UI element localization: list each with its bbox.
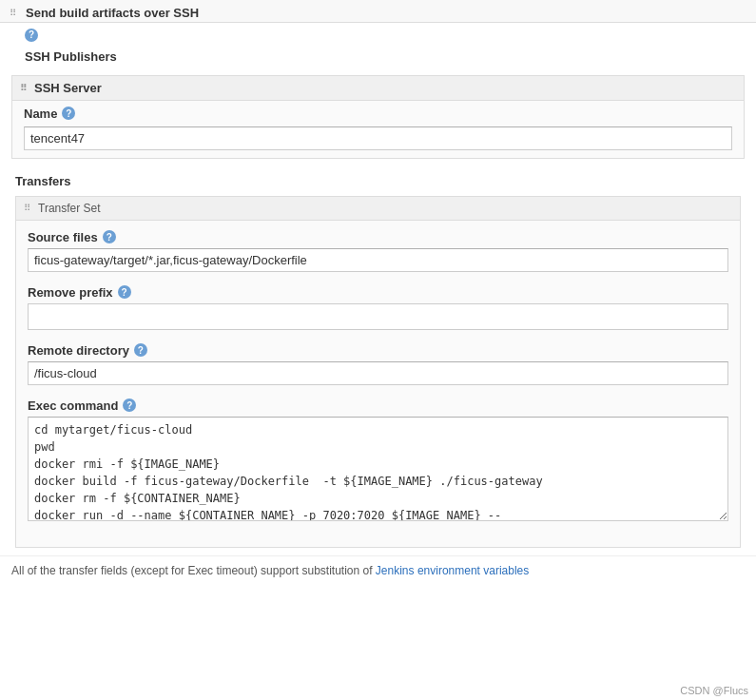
transfer-set-content: Source files ? Remove prefix ? xyxy=(16,221,740,547)
send-build-section: ⠿ Send build artifacts over SSH xyxy=(0,0,756,23)
send-build-title: Send build artifacts over SSH xyxy=(26,6,199,20)
send-build-help-icon[interactable]: ? xyxy=(25,29,38,42)
drag-handle-icon: ⠿ xyxy=(10,8,16,18)
transfers-title: Transfers xyxy=(15,174,741,188)
transfers-block: Transfers ⠿ Transfer Set Source files ? xyxy=(0,166,756,548)
remove-prefix-input[interactable] xyxy=(28,303,728,330)
remove-prefix-label: Remove prefix ? xyxy=(28,285,728,300)
source-files-group: Source files ? xyxy=(28,230,728,272)
ssh-server-header: ⠿ SSH Server xyxy=(12,76,744,101)
name-help-icon[interactable]: ? xyxy=(62,107,75,120)
transfer-set-block: ⠿ Transfer Set Source files ? Remove pre… xyxy=(15,196,741,548)
page-wrapper: ⠿ Send build artifacts over SSH ? SSH Pu… xyxy=(0,0,756,700)
name-field-group: Name ? xyxy=(12,101,744,126)
ssh-publishers-title: SSH Publishers xyxy=(0,44,756,68)
exec-command-group: Exec command ? cd mytarget/ficus-cloud p… xyxy=(28,399,728,524)
exec-command-textarea[interactable]: cd mytarget/ficus-cloud pwd docker rmi -… xyxy=(28,417,728,521)
ssh-server-block: ⠿ SSH Server Name ? xyxy=(11,75,745,159)
transfer-set-label: Transfer Set xyxy=(38,202,101,215)
transfer-set-header: ⠿ Transfer Set xyxy=(16,197,740,221)
info-text: All of the transfer fields (except for E… xyxy=(0,555,756,585)
remove-prefix-help-icon[interactable]: ? xyxy=(118,285,131,299)
remote-directory-label: Remote directory ? xyxy=(28,343,728,358)
transfer-set-drag-handle: ⠿ xyxy=(24,203,30,213)
source-files-label: Source files ? xyxy=(28,230,728,244)
source-files-help-icon[interactable]: ? xyxy=(103,230,116,243)
help-icon-row: ? xyxy=(0,23,756,44)
ssh-server-label: SSH Server xyxy=(34,81,102,95)
ssh-server-drag-handle: ⠿ xyxy=(20,83,27,93)
name-input[interactable] xyxy=(24,126,732,150)
watermark: CSDN @Flucs xyxy=(680,685,748,696)
remote-directory-group: Remote directory ? xyxy=(28,343,728,385)
name-field-label: Name ? xyxy=(24,107,732,121)
exec-command-help-icon[interactable]: ? xyxy=(123,399,136,412)
remote-directory-help-icon[interactable]: ? xyxy=(134,343,147,357)
name-input-wrapper xyxy=(12,126,744,158)
remote-directory-input[interactable] xyxy=(28,361,728,385)
remove-prefix-group: Remove prefix ? xyxy=(28,285,728,330)
source-files-input[interactable] xyxy=(28,248,728,272)
jenkins-env-vars-link[interactable]: Jenkins environment variables xyxy=(376,564,529,577)
exec-command-label: Exec command ? xyxy=(28,399,728,413)
